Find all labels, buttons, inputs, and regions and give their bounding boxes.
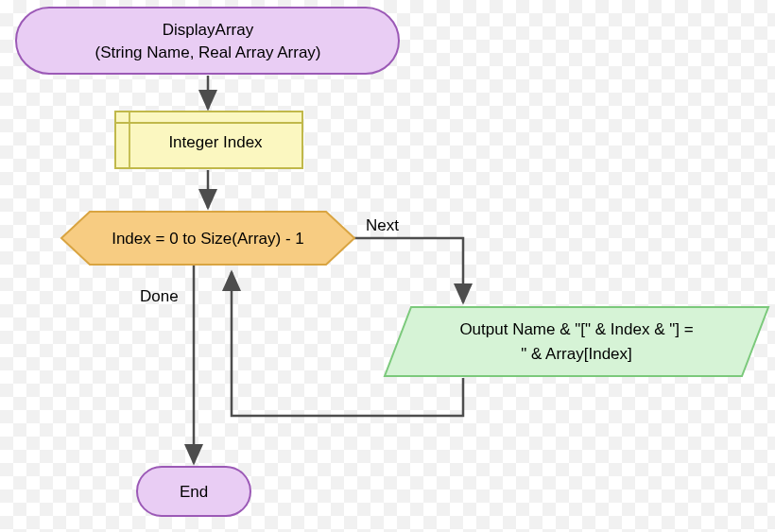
output-line1: Output Name & "[" & Index & "] =: [459, 320, 693, 338]
declare-text: Integer Index: [168, 133, 263, 151]
end-text: End: [180, 483, 208, 501]
output-node: Output Name & "[" & Index & "] = " & Arr…: [385, 307, 768, 376]
output-line2: " & Array[Index]: [521, 345, 632, 363]
svg-rect-0: [16, 8, 399, 74]
svg-marker-5: [385, 307, 768, 376]
label-next: Next: [366, 216, 399, 234]
loop-node: Index = 0 to Size(Array) - 1: [61, 212, 354, 265]
label-done: Done: [140, 287, 179, 305]
declare-node: Integer Index: [115, 112, 302, 168]
start-line2: (String Name, Real Array Array): [95, 43, 320, 61]
start-line1: DisplayArray: [163, 21, 254, 39]
flowchart-svg: DisplayArray (String Name, Real Array Ar…: [0, 0, 775, 532]
loop-text: Index = 0 to Size(Array) - 1: [112, 230, 304, 248]
edge-loop-output: [354, 238, 463, 302]
start-node: DisplayArray (String Name, Real Array Ar…: [16, 8, 399, 74]
end-node: End: [137, 467, 250, 516]
